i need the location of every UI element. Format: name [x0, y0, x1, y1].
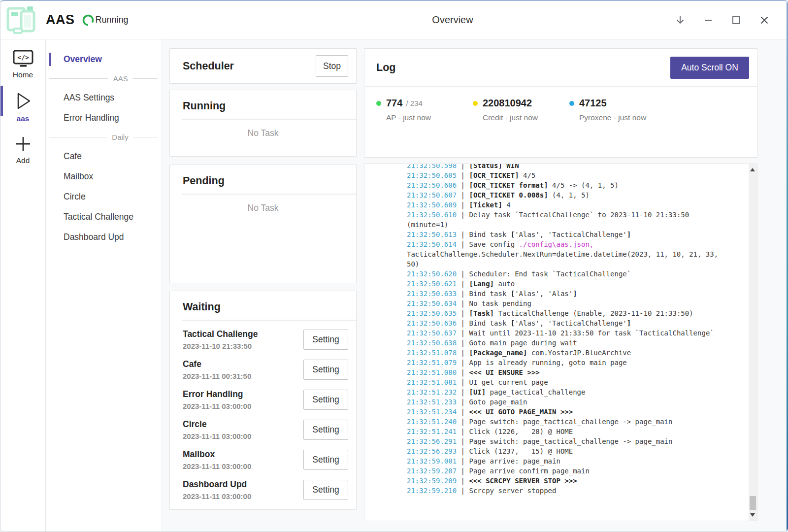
stop-button[interactable]: Stop [316, 55, 348, 77]
stat-dot [473, 101, 478, 106]
task-setting-button[interactable]: Setting [303, 330, 348, 350]
log-line: INFO21:32:50.613 | Bind task ['Alas', 'T… [366, 230, 724, 239]
log-stat: 47125Pyroxene - just now [569, 98, 666, 122]
log-text: [Task] [469, 309, 494, 317]
nav-item-error-handling[interactable]: Error Handling [46, 108, 162, 128]
rail-active-indicator [0, 86, 3, 116]
task-info: Mailbox2023-11-11 03:00:00 [183, 449, 251, 470]
log-separator: | [457, 329, 469, 337]
log-stat: 774/ 234AP - just now [376, 98, 473, 122]
log-level: INFO [366, 308, 407, 318]
log-text: 'Alas', 'TacticalChallenge' [515, 319, 627, 327]
log-line: INFO21:32:59.207 | Page arrive confirm p… [366, 466, 724, 476]
log-time: 21:32:50.606 [407, 181, 457, 189]
log-time: 21:32:50.614 [407, 240, 457, 248]
task-info: Error Handling2023-11-11 03:00:00 [183, 389, 251, 410]
log-line: INFO21:32:50.634 | No task pending [366, 299, 724, 308]
nav-item-tactical-challenge[interactable]: Tactical Challenge [46, 207, 162, 227]
task-setting-button[interactable]: Setting [303, 420, 348, 440]
rail-item-label: aas [17, 114, 30, 123]
pending-title: Pending [183, 175, 356, 194]
task-setting-button[interactable]: Setting [303, 450, 348, 470]
log-text: <<< SCRCPY SERVER STOP >>> [469, 477, 577, 485]
log-text: Page switch: page_tactical_challenge -> … [469, 437, 672, 445]
rail-item-aas[interactable]: aas [13, 90, 33, 123]
nav-item-circle[interactable]: Circle [46, 187, 162, 207]
scrollbar-down-arrow[interactable] [750, 513, 755, 517]
log-text: [ [511, 290, 515, 298]
log-time: 21:32:50.637 [407, 329, 457, 337]
divider-line [49, 137, 107, 137]
log-separator: | [457, 418, 469, 426]
log-separator: | [457, 349, 469, 357]
waiting-task-row: Dashboard Upd2023-11-11 03:00:00Setting [170, 475, 356, 505]
scrollbar-thumb[interactable] [750, 496, 756, 510]
stat-top: 47125 [569, 98, 666, 109]
dashboard-stats: 774/ 234AP - just now220810942Credit - j… [364, 87, 757, 122]
log-text: Click (1226, 28) @ HOME [469, 428, 573, 435]
log-level: INFO [366, 279, 407, 289]
task-info: Tactical Challenge2023-11-10 21:33:50 [183, 329, 258, 350]
auto-scroll-button[interactable]: Auto Scroll ON [670, 57, 749, 79]
status-label: Running [96, 15, 129, 25]
log-line: INFO21:32:51.234 | <<< UI GOTO PAGE_MAIN… [366, 407, 724, 417]
log-line: INFO21:32:59.210 | Scrcpy server stopped [366, 486, 724, 496]
log-level: INFO [366, 239, 407, 249]
task-setting-button[interactable]: Setting [303, 360, 348, 380]
task-setting-button[interactable]: Setting [303, 480, 348, 500]
log-line: INFO21:32:50.633 | Bind task ['Alas', 'A… [366, 289, 724, 299]
log-time: 21:32:51.234 [407, 408, 457, 416]
log-level: INFO [366, 387, 407, 397]
rail-item-home[interactable]: </> Home [12, 49, 34, 79]
log-time: 21:32:51.078 [407, 349, 457, 357]
log-line: INFO21:32:51.078 | [Package_name] com.Yo… [366, 348, 724, 358]
log-text: ] [627, 231, 631, 238]
log-level: INFO [366, 200, 407, 210]
log-scrollbar[interactable] [749, 164, 757, 521]
log-separator: | [457, 487, 469, 495]
log-text: Page switch: page_tactical_challenge -> … [469, 418, 672, 426]
log-time: 21:32:50.605 [407, 171, 457, 179]
log-time: 21:32:50.610 [407, 211, 457, 219]
window-controls [674, 1, 770, 39]
log-text: Page arrive: page_main [469, 457, 560, 465]
log-level: INFO [366, 476, 407, 486]
task-name: Dashboard Upd [183, 479, 251, 490]
nav-item-mailbox[interactable]: Mailbox [46, 166, 162, 187]
maximize-button[interactable] [730, 14, 742, 26]
log-separator: | [457, 171, 469, 179]
page-title: Overview [432, 14, 473, 26]
nav-item-cafe[interactable]: Cafe [46, 146, 162, 166]
nav-item-aas-settings[interactable]: AAS Settings [46, 88, 162, 108]
log-line: INFO21:32:51.241 | Click (1226, 28) @ HO… [366, 427, 724, 436]
log-separator: | [457, 191, 469, 199]
download-update-button[interactable] [674, 14, 686, 26]
pending-empty-text: No Task [170, 203, 356, 213]
log-separator: | [457, 447, 469, 455]
log-level: INFO [366, 348, 407, 358]
task-info: Cafe2023-11-11 00:31:50 [183, 359, 251, 380]
log-text: 'Alas', 'Alas' [515, 290, 573, 298]
log-time: 21:32:51.080 [407, 368, 457, 376]
close-button[interactable] [758, 14, 770, 26]
log-level: INFO [366, 230, 407, 239]
task-setting-button[interactable]: Setting [303, 390, 348, 410]
nav-item-overview[interactable]: Overview [46, 49, 162, 69]
nav-item-dashboard-upd[interactable]: Dashboard Upd [46, 227, 162, 247]
log-line: INFO21:32:59.209 | <<< SCRCPY SERVER STO… [366, 476, 724, 486]
log-text: auto [494, 280, 515, 288]
minimize-button[interactable] [702, 14, 714, 26]
log-level: INFO [366, 338, 407, 348]
rail-item-add[interactable]: Add [13, 134, 33, 165]
log-line: INFO21:32:50.621 | [Lang] auto [366, 279, 724, 289]
log-text: Wait until 2023-11-10 21:33:50 for task … [469, 329, 714, 337]
log-text: [Status] WIN [469, 164, 519, 169]
log-level: INFO [366, 328, 407, 338]
log-line: INFO21:32:50.614 | Save config ./config\… [366, 239, 724, 269]
app-window: AAS Running Overview [0, 0, 788, 532]
log-time: 21:32:50.621 [407, 280, 457, 288]
task-next-run: 2023-11-11 03:00:00 [183, 402, 251, 410]
log-line: INFO21:32:50.606 | [OCR_TICKET format] 4… [366, 180, 724, 190]
scrollbar-up-arrow[interactable] [750, 168, 755, 171]
log-text: Goto main page during wait [469, 339, 577, 347]
